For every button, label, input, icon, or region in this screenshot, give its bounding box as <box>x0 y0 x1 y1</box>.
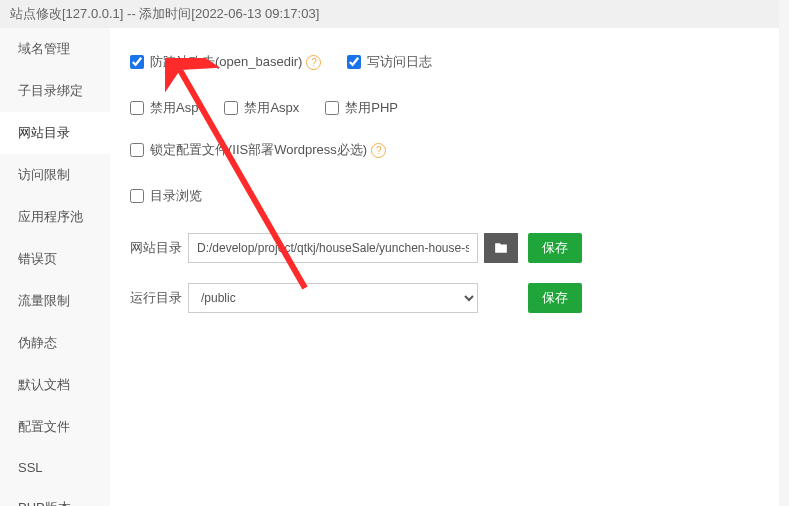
checkbox-disable-aspx-group: 禁用Aspx <box>224 99 299 117</box>
checkbox-anti-cross-site[interactable] <box>130 55 144 69</box>
sidebar-item-error-page[interactable]: 错误页 <box>0 238 110 280</box>
checkbox-disable-php[interactable] <box>325 101 339 115</box>
sidebar-item-subdir[interactable]: 子目录绑定 <box>0 70 110 112</box>
sidebar-item-php-version[interactable]: PHP版本 <box>0 487 110 506</box>
sidebar: 域名管理 子目录绑定 网站目录 访问限制 应用程序池 错误页 流量限制 伪静态 … <box>0 28 110 506</box>
sidebar-item-access-limit[interactable]: 访问限制 <box>0 154 110 196</box>
sidebar-item-sitedir[interactable]: 网站目录 <box>0 112 110 154</box>
field-run-dir: 运行目录 /public 保存 <box>130 283 769 313</box>
save-site-dir-button[interactable]: 保存 <box>528 233 582 263</box>
checkbox-dir-browse[interactable] <box>130 189 144 203</box>
label-lock-config[interactable]: 锁定配置文件(IIS部署Wordpress必选) <box>150 141 367 159</box>
field-site-dir: 网站目录 保存 <box>130 233 769 263</box>
sidebar-item-ssl[interactable]: SSL <box>0 448 110 487</box>
checkbox-disable-asp-group: 禁用Asp <box>130 99 198 117</box>
label-dir-browse[interactable]: 目录浏览 <box>150 187 202 205</box>
checkbox-disable-php-group: 禁用PHP <box>325 99 398 117</box>
checkbox-write-log-group: 写访问日志 <box>347 53 432 71</box>
select-run-dir[interactable]: /public <box>188 283 478 313</box>
right-edge-strip <box>779 0 789 506</box>
checkbox-lock-config-group: 锁定配置文件(IIS部署Wordpress必选) ? <box>130 141 386 159</box>
checkbox-disable-asp[interactable] <box>130 101 144 115</box>
save-run-dir-button[interactable]: 保存 <box>528 283 582 313</box>
checkbox-anti-cross-site-group: 防跨站攻击(open_basedir) ? <box>130 53 321 71</box>
dialog-title: 站点修改[127.0.0.1] -- 添加时间[2022-06-13 09:17… <box>10 6 319 21</box>
sidebar-item-traffic-limit[interactable]: 流量限制 <box>0 280 110 322</box>
label-disable-asp[interactable]: 禁用Asp <box>150 99 198 117</box>
label-disable-aspx[interactable]: 禁用Aspx <box>244 99 299 117</box>
sidebar-item-config-file[interactable]: 配置文件 <box>0 406 110 448</box>
label-site-dir: 网站目录 <box>130 239 188 257</box>
folder-icon <box>493 241 509 255</box>
row-security: 防跨站攻击(open_basedir) ? 写访问日志 <box>130 53 769 71</box>
checkbox-lock-config[interactable] <box>130 143 144 157</box>
label-run-dir: 运行目录 <box>130 289 188 307</box>
input-site-dir[interactable] <box>188 233 478 263</box>
checkbox-write-log[interactable] <box>347 55 361 69</box>
sidebar-item-default-doc[interactable]: 默认文档 <box>0 364 110 406</box>
row-disable: 禁用Asp 禁用Aspx 禁用PHP <box>130 99 769 117</box>
sidebar-item-pseudo-static[interactable]: 伪静态 <box>0 322 110 364</box>
row-lock-config: 锁定配置文件(IIS部署Wordpress必选) ? <box>130 141 769 159</box>
label-disable-php[interactable]: 禁用PHP <box>345 99 398 117</box>
sidebar-item-domain[interactable]: 域名管理 <box>0 28 110 70</box>
main-container: 域名管理 子目录绑定 网站目录 访问限制 应用程序池 错误页 流量限制 伪静态 … <box>0 28 789 506</box>
label-write-log[interactable]: 写访问日志 <box>367 53 432 71</box>
main-panel: 防跨站攻击(open_basedir) ? 写访问日志 禁用Asp 禁用Aspx… <box>110 28 789 506</box>
help-icon[interactable]: ? <box>371 143 386 158</box>
checkbox-dir-browse-group: 目录浏览 <box>130 187 202 205</box>
dialog-title-bar: 站点修改[127.0.0.1] -- 添加时间[2022-06-13 09:17… <box>0 0 789 28</box>
help-icon[interactable]: ? <box>306 55 321 70</box>
sidebar-item-app-pool[interactable]: 应用程序池 <box>0 196 110 238</box>
label-anti-cross-site[interactable]: 防跨站攻击(open_basedir) <box>150 53 302 71</box>
row-dir-browse: 目录浏览 <box>130 187 769 205</box>
browse-folder-button[interactable] <box>484 233 518 263</box>
checkbox-disable-aspx[interactable] <box>224 101 238 115</box>
